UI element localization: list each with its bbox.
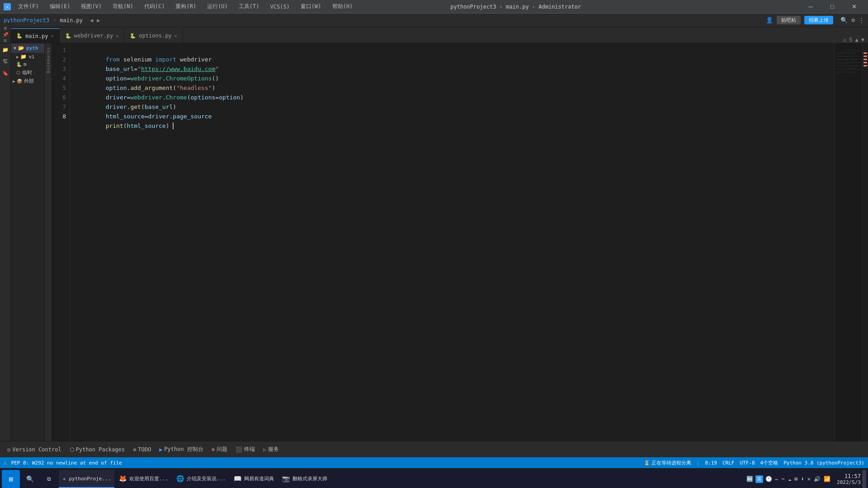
system-tray: 🔤 英 🕐 ✏ ✂ ☁ ⊞ ⬇ ✕ 🔊 📶	[745, 475, 835, 483]
menu-help[interactable]: 帮助(H)	[329, 2, 357, 11]
todo-label: TODO	[138, 446, 151, 453]
tab-options-close[interactable]: ✕	[175, 33, 177, 38]
search-icon[interactable]: 🔍	[840, 17, 848, 23]
firefox-icon: 🦊	[119, 475, 127, 482]
sidebar-item-temp[interactable]: ⬡ 临时	[11, 68, 44, 77]
chevron-right-icon2: ▶	[13, 79, 15, 84]
menu-nav[interactable]: 导航(N)	[109, 2, 137, 11]
python-console-btn[interactable]: ▶ Python 控制台	[156, 444, 207, 455]
paste-button[interactable]: 贴吧粘	[777, 16, 801, 24]
more-icon[interactable]: ⋮	[859, 17, 864, 23]
python-console-icon: ▶	[159, 446, 162, 453]
clock-icon[interactable]: 🕐	[764, 475, 773, 483]
lang-icon[interactable]: 英	[755, 475, 763, 483]
problems-btn[interactable]: ⊗ 问题	[208, 444, 231, 455]
structure-icon[interactable]: 🏗	[1, 57, 10, 66]
sidebar-item-external[interactable]: ▶ 📦 外部	[11, 77, 44, 85]
terminal-label: 终端	[244, 446, 255, 453]
terminal-btn[interactable]: ⬛ 终端	[232, 444, 259, 455]
title-bar: ✦ 文件(F) 编辑(E) 视图(V) 导航(N) 代码(C) 重构(R) 运行…	[0, 0, 868, 14]
taskbar-search[interactable]: 🔍	[21, 470, 39, 488]
todo-btn[interactable]: ≡ TODO	[129, 445, 155, 454]
status-charset[interactable]: UTF-8	[740, 460, 755, 466]
python-packages-btn[interactable]: ⬡ Python Packages	[66, 445, 128, 454]
translate-tray-icon[interactable]: 🔤	[745, 475, 754, 483]
taskbar-app-install[interactable]: 🌐 介绍及安装说...	[173, 470, 229, 488]
menu-tools[interactable]: 工具(T)	[235, 2, 263, 11]
taskbar-app-recorder[interactable]: 📷 翻格式录屏大师	[278, 470, 331, 488]
split-icon[interactable]: ⊞	[4, 38, 6, 43]
sidebar-toggle[interactable]: ≡	[4, 25, 7, 31]
status-error-text[interactable]: PEP 8: W292 no newline at end of file	[11, 460, 122, 466]
show-desktop-button[interactable]	[863, 470, 866, 488]
taskbar-app-youdao[interactable]: 📖 网易有道词典	[230, 470, 278, 488]
close-tray-icon[interactable]: ✕	[807, 475, 811, 483]
network-icon[interactable]: 📶	[823, 475, 831, 483]
folder-icon: 📂	[18, 45, 24, 51]
tab-webdriver-py[interactable]: 🐍 webdriver.py ✕	[60, 28, 125, 43]
error-count-icon: ⚠	[843, 37, 846, 43]
menu-window[interactable]: 窗口(W)	[297, 2, 325, 11]
line-num-2: 2	[52, 55, 66, 64]
todo-icon: ≡	[133, 446, 136, 453]
grid-icon[interactable]: ⊞	[793, 475, 798, 483]
status-encoding[interactable]: CRLF	[722, 460, 735, 466]
maximize-button[interactable]: □	[822, 0, 843, 14]
taskbar-app-baidu[interactable]: 🦊 欢迎使用百度...	[115, 470, 172, 488]
start-button[interactable]: ⊞	[2, 470, 20, 488]
menu-edit[interactable]: 编辑(E)	[46, 2, 74, 11]
editor-container: 1 2 3 4 5 6 7 8 from selenium import web…	[52, 43, 868, 441]
menu-vcs[interactable]: VCS(S)	[267, 3, 293, 11]
status-indent[interactable]: 4个空格	[760, 460, 778, 466]
editor-content[interactable]: from selenium import webdriver base_url=…	[70, 43, 835, 441]
right-scrollbar[interactable]	[862, 43, 868, 441]
bookmarks-label[interactable]: Bookmarks	[46, 47, 51, 73]
upload-button[interactable]: 招募上传	[804, 16, 833, 24]
sidebar-project-header[interactable]: ▼ 📂 pyth	[11, 43, 44, 53]
settings-icon[interactable]: ⚙	[851, 17, 855, 23]
bookmarks-panel: Bookmarks	[45, 43, 52, 441]
tab-main-py[interactable]: 🐍 main.py ✕	[11, 28, 60, 43]
menu-file[interactable]: 文件(F)	[14, 2, 42, 11]
tab-main-py-close[interactable]: ✕	[51, 33, 54, 38]
close-button[interactable]: ✕	[844, 0, 864, 14]
taskbar-app-pycharm[interactable]: ✦ pythonProje...	[59, 470, 114, 488]
services-label: 服务	[268, 446, 279, 453]
status-position[interactable]: 8:19	[705, 460, 717, 466]
line-num-5: 5	[52, 83, 66, 93]
nav-forward[interactable]: ▶	[97, 17, 100, 23]
tab-wd-icon: 🐍	[65, 33, 71, 39]
sidebar-item-main[interactable]: 🐍 m	[11, 61, 44, 68]
bookmark-icon[interactable]: 🔖	[1, 69, 10, 78]
status-python-version[interactable]: Python 3.8 (pythonProject3)	[783, 460, 864, 466]
terminal-icon: ⬛	[236, 446, 242, 453]
services-btn[interactable]: ▷ 服务	[259, 444, 283, 455]
menu-view[interactable]: 视图(V)	[77, 2, 105, 11]
speaker-icon[interactable]: 🔊	[813, 475, 821, 483]
cloud-icon[interactable]: ☁	[787, 475, 792, 483]
menu-refactor[interactable]: 重构(R)	[172, 2, 200, 11]
nav-up-icon[interactable]: ▲	[855, 37, 859, 43]
line-num-8: 8	[52, 112, 66, 121]
sidebar-item-vi[interactable]: ▶ 📁 vi	[11, 53, 44, 61]
minimize-button[interactable]: ─	[800, 0, 821, 14]
download-icon[interactable]: ⬇	[800, 475, 805, 483]
project-tree-icon[interactable]: 📁	[1, 45, 10, 54]
recorder-icon: 📷	[282, 475, 290, 482]
menu-run[interactable]: 运行(U)	[203, 2, 231, 11]
taskbar-time[interactable]: 11:57 2022/5/3	[837, 473, 861, 485]
tab-options-py[interactable]: 🐍 options.py ✕	[124, 28, 183, 43]
project-bar-right: 👤 贴吧粘 招募上传 🔍 ⚙ ⋮	[766, 16, 864, 24]
pen-icon[interactable]: ✏	[774, 475, 779, 483]
scissors-icon[interactable]: ✂	[781, 475, 786, 483]
tab-webdriver-close[interactable]: ✕	[116, 33, 118, 38]
temp-icon: ⬡	[16, 70, 20, 75]
pin-icon[interactable]: 📌	[3, 32, 8, 37]
tab-webdriver-label: webdriver.py	[74, 33, 113, 39]
task-view-button[interactable]: ⧉	[40, 470, 58, 488]
task-view-icon: ⧉	[47, 476, 51, 482]
version-control-btn[interactable]: ◎ Version Control	[4, 445, 65, 454]
nav-down-icon[interactable]: ▼	[861, 37, 864, 43]
nav-back[interactable]: ◀	[90, 17, 93, 23]
menu-code[interactable]: 代码(C)	[141, 2, 169, 11]
